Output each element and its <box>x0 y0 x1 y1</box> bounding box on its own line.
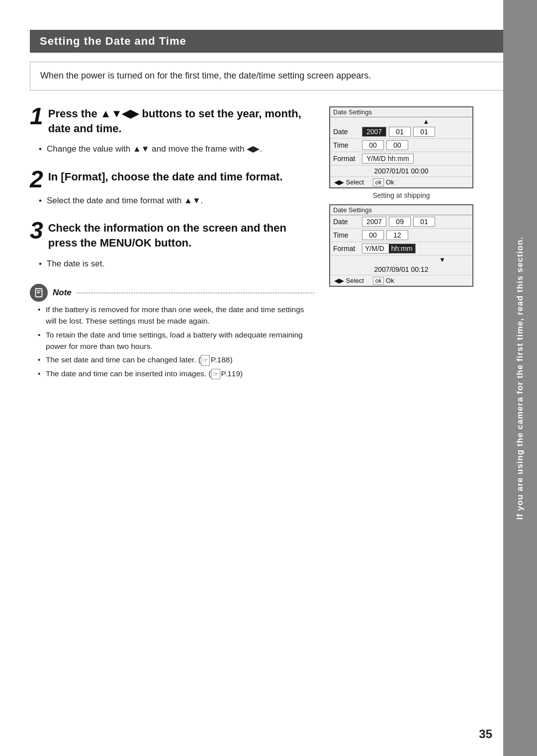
setting-at-shipping-label: Setting at shipping <box>329 191 473 199</box>
ds2-date-year: 2007 <box>362 217 386 227</box>
step-1-body: Change the value with ▲▼ and move the fr… <box>30 143 314 156</box>
note-list: If the battery is removed for more than … <box>30 304 314 379</box>
step-1-bullets: Change the value with ▲▼ and move the fr… <box>30 143 314 156</box>
ds1-preview: 2007/01/01 00:00 <box>330 166 472 177</box>
ds1-format-label: Format <box>333 155 362 163</box>
step-2-bullet-1: Select the date and time format with ▲▼. <box>39 194 314 207</box>
step-3-block: 3 Check the information on the screen an… <box>30 221 314 270</box>
step-1-bullet-1: Change the value with ▲▼ and move the fr… <box>39 143 314 156</box>
note-item-1: If the battery is removed for more than … <box>38 304 314 327</box>
step-1-title: Press the ▲▼◀▶ buttons to set the year, … <box>48 106 314 136</box>
note-header: Note <box>30 284 314 302</box>
ds1-time-row: Time 00 00 <box>330 139 472 152</box>
ds2-date-month: 09 <box>389 217 411 227</box>
ds2-format-hhmm: hh:mm <box>389 244 415 253</box>
note-section: Note If the battery is removed for more … <box>30 284 314 379</box>
step-3-body: The date is set. <box>30 257 314 270</box>
ds1-date-label: Date <box>333 128 362 136</box>
step-2-body: Select the date and time format with ▲▼. <box>30 194 314 207</box>
ds2-date-label: Date <box>333 218 362 226</box>
step-1-header-row: 1 Press the ▲▼◀▶ buttons to set the year… <box>30 106 314 140</box>
ds2-down-arrow: ▼ <box>330 255 472 264</box>
ds1-ok-btn: ok Ok <box>373 178 394 186</box>
note-item-2: To retain the date and time settings, lo… <box>38 329 314 352</box>
note-item-3: The set date and time can be changed lat… <box>38 354 314 366</box>
ds2-format-label: Format <box>333 245 362 252</box>
ds1-date-year: 2007 <box>362 127 386 137</box>
intro-text: When the power is turned on for the firs… <box>40 71 371 81</box>
ds1-date-row: Date 2007 01 01 <box>330 125 472 139</box>
ds1-date-day: 01 <box>413 127 435 137</box>
note-icon <box>30 284 48 302</box>
ds1-time-label: Time <box>333 141 362 149</box>
ds2-time-label: Time <box>333 231 362 239</box>
step-2-number: 2 <box>30 168 43 191</box>
page-container: If you are using the camera for the firs… <box>0 0 537 756</box>
ds2-format-ymd: Y/M/D <box>362 244 389 253</box>
ds1-footer: ◀▶ Select ok Ok <box>330 177 472 187</box>
ds2-format-row: Format Y/M/D hh:mm <box>330 242 472 255</box>
ds2-format-value: Y/M/D hh:mm <box>362 244 416 253</box>
ds2-title: Date Settings <box>330 205 472 215</box>
left-column: 1 Press the ▲▼◀▶ buttons to set the year… <box>30 106 314 381</box>
step-2-bullets: Select the date and time format with ▲▼. <box>30 194 314 207</box>
page-title: Setting the Date and Time <box>30 30 507 53</box>
ds2-time-row: Time 00 12 <box>330 229 472 242</box>
ds2-ok-btn: ok Ok <box>373 277 394 284</box>
step-3-number: 3 <box>30 219 43 243</box>
main-content: 1 Press the ▲▼◀▶ buttons to set the year… <box>30 106 473 381</box>
ds1-up-arrow: ▲ <box>330 117 472 125</box>
ds1-time-h: 00 <box>362 140 384 150</box>
intro-box: When the power is turned on for the firs… <box>30 62 507 90</box>
step-1-number: 1 <box>30 104 43 128</box>
book-ref-3: ☞ <box>201 355 210 366</box>
step-3-bullets: The date is set. <box>30 257 314 270</box>
step-3-header-row: 3 Check the information on the screen an… <box>30 221 314 254</box>
ds1-title: Date Settings <box>330 107 472 117</box>
step-2-title: In [Format], choose the date and time fo… <box>48 169 283 184</box>
right-sidebar: If you are using the camera for the firs… <box>503 0 537 756</box>
note-label: Note <box>53 288 72 298</box>
ds2-time-h: 00 <box>362 230 384 240</box>
ds2-select-label: ◀▶ Select <box>334 277 364 284</box>
date-screen-1: Date Settings ▲ Date 2007 01 01 Time 00 … <box>329 106 473 188</box>
ds2-time-m: 12 <box>386 230 408 240</box>
note-divider <box>77 293 314 293</box>
ds2-preview: 2007/09/01 00:12 <box>330 264 472 275</box>
ds1-select-label: ◀▶ Select <box>334 178 364 186</box>
ds1-time-m: 00 <box>386 140 408 150</box>
note-book-icon <box>33 287 44 298</box>
page-number: 35 <box>479 727 492 741</box>
ds2-date-day: 01 <box>413 217 435 227</box>
note-item-4: The date and time can be inserted into i… <box>38 368 314 380</box>
right-column: Date Settings ▲ Date 2007 01 01 Time 00 … <box>329 106 473 381</box>
book-ref-4: ☞ <box>211 369 220 380</box>
date-screen-2: Date Settings Date 2007 09 01 Time 00 12… <box>329 204 473 287</box>
ds1-date-month: 01 <box>389 127 411 137</box>
ds2-date-row: Date 2007 09 01 <box>330 215 472 229</box>
step-2-header-row: 2 In [Format], choose the date and time … <box>30 169 314 191</box>
right-sidebar-text: If you are using the camera for the firs… <box>514 237 526 520</box>
step-3-title: Check the information on the screen and … <box>48 221 314 250</box>
step-3-bullet-1: The date is set. <box>39 257 314 270</box>
ds1-format-value: Y/M/D hh:mm <box>362 154 414 164</box>
ds1-format-row: Format Y/M/D hh:mm <box>330 152 472 166</box>
ds2-footer: ◀▶ Select ok Ok <box>330 275 472 286</box>
step-1-block: 1 Press the ▲▼◀▶ buttons to set the year… <box>30 106 314 156</box>
step-2-block: 2 In [Format], choose the date and time … <box>30 169 314 207</box>
